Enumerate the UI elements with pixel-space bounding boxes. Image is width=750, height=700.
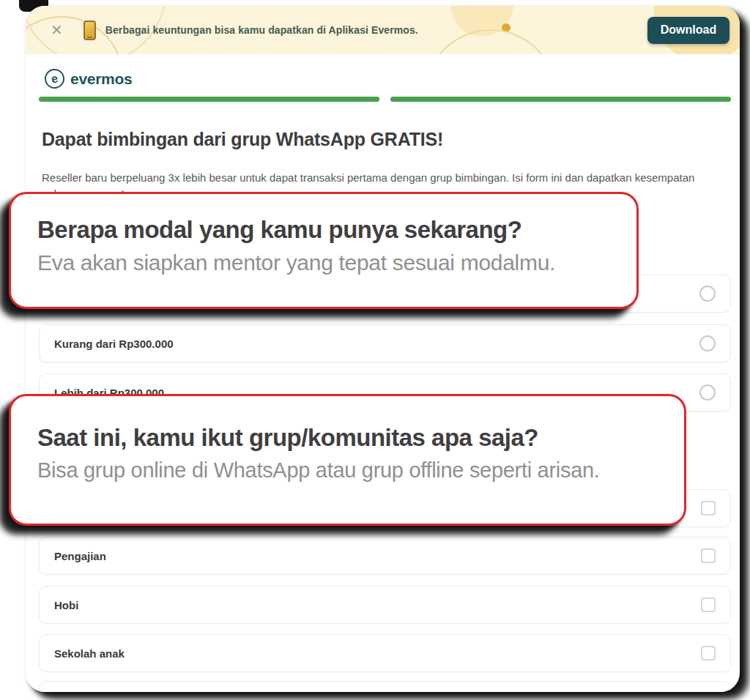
logo-letter: e xyxy=(50,72,59,86)
phone-icon xyxy=(83,21,96,40)
checkbox-icon[interactable] xyxy=(701,597,716,612)
capital-question-title: Berapa modal yang kamu punya sekarang? xyxy=(37,216,636,244)
checkbox-option-row[interactable]: Hobi xyxy=(39,586,731,624)
form-card: ✕ Berbagai keuntungan bisa kamu dapatkan… xyxy=(26,6,740,692)
checkbox-icon[interactable] xyxy=(701,646,716,660)
banner-dot-decoration xyxy=(502,23,510,32)
radio-icon[interactable] xyxy=(699,335,716,351)
radio-option-label: Kurang dari Rp300.000 xyxy=(54,338,174,350)
evermos-logo-icon: e xyxy=(42,67,66,90)
progress-segment-2 xyxy=(390,97,731,102)
radio-option-row[interactable]: Kurang dari Rp300.000 xyxy=(39,324,731,362)
checkbox-icon[interactable] xyxy=(701,501,716,515)
capital-question-callout: Berapa modal yang kamu punya sekarang? E… xyxy=(9,192,639,309)
progress-segment-1 xyxy=(39,97,379,102)
radio-icon[interactable] xyxy=(699,286,716,302)
checkbox-option-label: Pengajian xyxy=(54,550,106,562)
checkbox-option-label: Hobi xyxy=(54,599,78,611)
brand-logo: e evermos xyxy=(45,69,132,89)
progress-bar xyxy=(39,97,731,102)
brand-wordmark: evermos xyxy=(70,70,132,88)
page: ✕ Berbagai keuntungan bisa kamu dapatkan… xyxy=(0,0,750,700)
banner-circle-decoration xyxy=(450,6,513,37)
community-question-subtitle: Bisa grup online di WhatsApp atau grup o… xyxy=(37,458,684,483)
banner-ring-decoration xyxy=(425,29,557,54)
close-icon[interactable]: ✕ xyxy=(51,23,63,37)
page-title: Dapat bimbingan dari grup WhatsApp GRATI… xyxy=(42,129,443,150)
checkbox-option-row[interactable]: Pengajian xyxy=(39,537,731,575)
download-button[interactable]: Download xyxy=(647,17,729,44)
community-question-callout: Saat ini, kamu ikut grup/komunitas apa s… xyxy=(9,394,686,526)
banner-message: Berbagai keuntungan bisa kamu dapatkan d… xyxy=(105,24,418,36)
checkbox-icon[interactable] xyxy=(701,548,716,563)
radio-icon[interactable] xyxy=(699,384,716,401)
checkbox-option-label: Sekolah anak xyxy=(54,647,125,660)
app-download-banner: ✕ Berbagai keuntungan bisa kamu dapatkan… xyxy=(26,6,740,54)
capital-question-subtitle: Eva akan siapkan mentor yang tepat sesua… xyxy=(37,250,636,275)
community-question-title: Saat ini, kamu ikut grup/komunitas apa s… xyxy=(37,424,684,452)
checkbox-option-row[interactable] xyxy=(39,681,731,692)
checkbox-option-row[interactable]: Sekolah anak xyxy=(39,634,731,672)
